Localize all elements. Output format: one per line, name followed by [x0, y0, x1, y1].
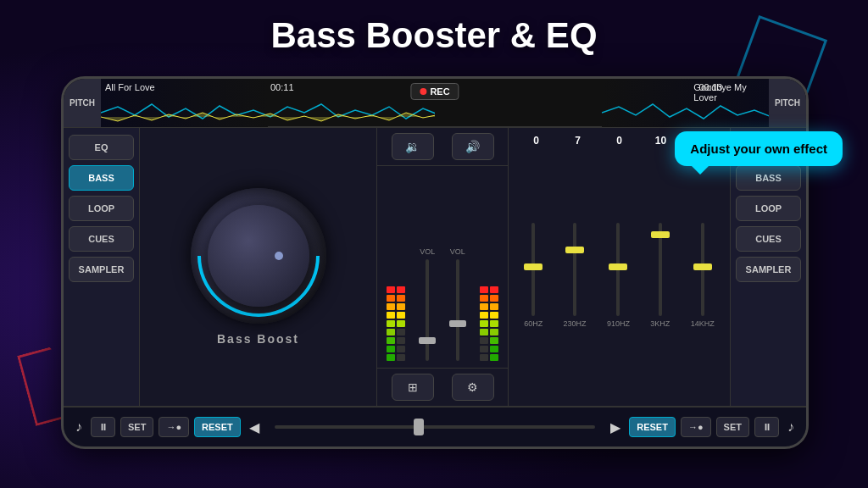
track-time-left: 00:11: [270, 82, 294, 92]
waveform-right: Goodbye My Lover 00:13: [435, 78, 769, 127]
left-panel: EQ BASS LOOP CUES SAMPLER: [64, 128, 140, 406]
speaker-left-btn[interactable]: 🔉: [392, 133, 434, 160]
vol-fader-right[interactable]: VOL: [450, 247, 465, 361]
page-title: Bass Booster & EQ: [0, 15, 868, 56]
waveform-bar: PITCH All For Love 00:11 REC Goodbye My …: [64, 79, 806, 128]
mixer-top: 🔉 🔊: [377, 128, 508, 166]
knob-label: Bass Boost: [217, 332, 299, 346]
eq-val-2: 0: [603, 135, 637, 147]
eq-track-230hz: [573, 223, 576, 316]
track-time-right: 00:13: [698, 82, 722, 92]
fader-handle-right: [449, 320, 466, 327]
reset-button-left[interactable]: RESET: [194, 417, 241, 437]
pause-button-right[interactable]: ⏸: [754, 417, 779, 437]
loop-button-right[interactable]: LOOP: [736, 196, 801, 221]
set-button-right[interactable]: SET: [716, 417, 749, 437]
eq-handle-910hz: [609, 263, 627, 270]
eq-track-60hz: [531, 223, 535, 316]
loop-button-left[interactable]: LOOP: [69, 196, 134, 221]
grid-icon-btn[interactable]: ⊞: [392, 374, 434, 401]
tooltip-text: Adjust your own effect: [690, 141, 827, 156]
set-button-left[interactable]: SET: [120, 417, 153, 437]
eq-fader-14khz[interactable]: 14KHZ: [691, 223, 715, 328]
eq-button-left[interactable]: EQ: [69, 135, 134, 160]
eq-handle-3khz: [651, 231, 670, 238]
eq-track-3khz: [659, 223, 662, 316]
sampler-button-right[interactable]: SAMPLER: [736, 257, 801, 282]
transport-bar: ♪ ⏸ SET →● RESET ◀ ▶ RESET →● SET ⏸ ♪: [64, 406, 806, 446]
mixer-area: 🔉 🔊: [377, 128, 509, 406]
transport-slider[interactable]: [275, 425, 596, 429]
gear-icon-btn[interactable]: ⚙: [452, 374, 494, 401]
bass-button-right[interactable]: BASS: [736, 165, 801, 191]
eq-val-1: 7: [561, 135, 595, 147]
cues-button-right[interactable]: CUES: [736, 226, 801, 252]
eq-freq-14khz: 14KHZ: [691, 319, 715, 328]
next-icon[interactable]: ▶: [607, 416, 624, 439]
track-name-left: All For Love: [105, 82, 155, 92]
bass-knob[interactable]: [191, 188, 326, 324]
speaker-right-btn[interactable]: 🔊: [452, 133, 494, 160]
rec-dot: [420, 88, 426, 95]
sampler-button-left[interactable]: SAMPLER: [69, 257, 134, 282]
pitch-button-right[interactable]: PITCH: [769, 78, 806, 127]
eq-val-0: 0: [520, 135, 554, 147]
eq-track-910hz: [616, 223, 620, 316]
knob-inner: [208, 205, 309, 307]
vol-label-left: VOL: [420, 247, 435, 256]
eq-handle-14khz: [693, 263, 712, 270]
fader-track-left: [426, 259, 429, 361]
eq-handle-230hz: [565, 247, 584, 253]
eq-fader-3khz[interactable]: 3KHZ: [650, 223, 670, 328]
eq-fader-230hz[interactable]: 230HZ: [564, 223, 587, 328]
knob-outer: [191, 188, 326, 324]
vol-fader-left[interactable]: VOL: [420, 247, 435, 361]
eq-faders: 60HZ 230HZ 910HZ: [515, 152, 723, 399]
eq-freq-910hz: 910HZ: [607, 319, 630, 328]
cues-button-left[interactable]: CUES: [69, 226, 134, 252]
slider-thumb: [414, 419, 424, 435]
music-icon-left[interactable]: ♪: [72, 416, 86, 438]
vol-label-right: VOL: [450, 247, 465, 256]
eq-fader-60hz[interactable]: 60HZ: [524, 223, 542, 328]
knob-indicator: [275, 252, 283, 260]
eq-handle-60hz: [524, 263, 542, 270]
tooltip-bubble: Adjust your own effect: [675, 131, 843, 166]
right-panel: EQ BASS LOOP CUES SAMPLER: [730, 128, 806, 406]
eq-fader-910hz[interactable]: 910HZ: [607, 223, 630, 328]
eq-freq-230hz: 230HZ: [564, 319, 587, 328]
prev-icon[interactable]: ◀: [246, 416, 263, 439]
vu-meter-right: [480, 251, 498, 361]
center-area: Bass Boost: [140, 128, 377, 406]
fader-track-right: [456, 259, 459, 361]
bass-button-left[interactable]: BASS: [69, 165, 134, 191]
pitch-button-left[interactable]: PITCH: [64, 78, 101, 127]
eq-freq-3khz: 3KHZ: [650, 319, 670, 328]
fader-handle-left: [419, 337, 436, 344]
eq-freq-60hz: 60HZ: [524, 319, 542, 328]
eq-track-14khz: [701, 223, 704, 316]
eq-val-3: 10: [644, 135, 678, 147]
waveform-left: All For Love 00:11: [101, 78, 435, 127]
vu-meter-left: [387, 251, 405, 361]
mixer-bottom: ⊞ ⚙: [377, 368, 508, 406]
arrow-rec-button-left[interactable]: →●: [159, 417, 189, 437]
reset-button-right[interactable]: RESET: [629, 417, 676, 437]
pause-button-left[interactable]: ⏸: [91, 417, 115, 437]
arrow-rec-button-right[interactable]: →●: [681, 417, 711, 437]
music-icon-right[interactable]: ♪: [784, 416, 798, 438]
mixer-faders: VOL VOL: [377, 166, 508, 368]
